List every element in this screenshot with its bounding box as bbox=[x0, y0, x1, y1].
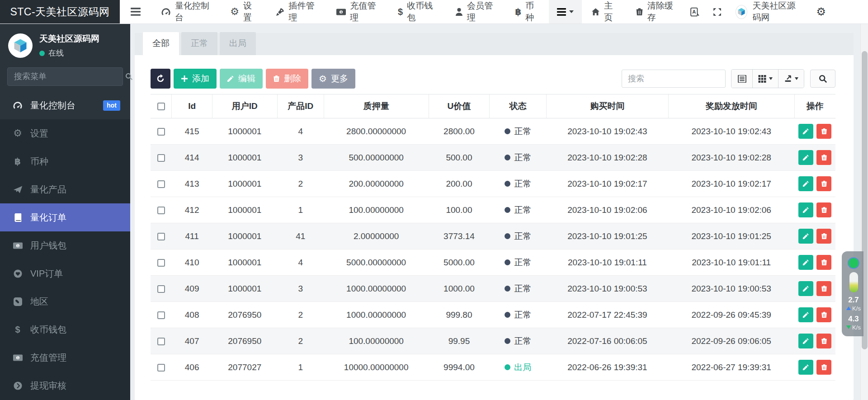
settings-button[interactable]: ⚙ bbox=[809, 0, 833, 24]
home-button[interactable]: 主页 bbox=[582, 0, 626, 24]
cell-user-id: 2076950 bbox=[212, 302, 277, 328]
sidebar: 天美社区源码网 在线 量化控制台hot ⚙设置฿币种量化产品量化订单1用户钱包V… bbox=[0, 24, 130, 400]
row-delete-button[interactable] bbox=[816, 229, 831, 244]
columns-dropdown-button[interactable] bbox=[753, 70, 778, 88]
tab-全部[interactable]: 全部 bbox=[143, 32, 179, 55]
sidebar-item-地区[interactable]: 地区 bbox=[0, 287, 130, 315]
sidebar-item-收币钱包[interactable]: $收币钱包 bbox=[0, 315, 130, 344]
nav-item-插件管理[interactable]: 插件管理 bbox=[266, 0, 327, 24]
sidebar-item-币种[interactable]: ฿币种 bbox=[0, 147, 130, 175]
refresh-button[interactable] bbox=[151, 69, 170, 89]
pagination-toggle-button[interactable] bbox=[731, 70, 753, 88]
row-checkbox[interactable] bbox=[157, 311, 165, 319]
add-button[interactable]: 添加 bbox=[174, 69, 217, 89]
row-edit-button[interactable] bbox=[798, 229, 813, 244]
sidebar-search-input[interactable] bbox=[8, 72, 125, 81]
row-delete-button[interactable] bbox=[816, 255, 831, 270]
row-delete-button[interactable] bbox=[816, 360, 831, 375]
nav-item-设置[interactable]: ⚙设置 bbox=[221, 0, 266, 24]
brand-logo: STC-天美社区源码网 bbox=[0, 0, 120, 24]
account-menu[interactable]: 天美社区源码网 bbox=[728, 0, 809, 24]
row-checkbox[interactable] bbox=[157, 338, 165, 345]
sidebar-item-用户钱包[interactable]: 1用户钱包 bbox=[0, 231, 130, 259]
row-checkbox[interactable] bbox=[157, 128, 165, 136]
row-edit-button[interactable] bbox=[798, 124, 813, 139]
row-delete-button[interactable] bbox=[816, 334, 831, 348]
clear-cache-button[interactable]: 清除缓存 bbox=[626, 0, 684, 24]
sidebar-toggle-button[interactable] bbox=[120, 0, 151, 24]
row-checkbox[interactable] bbox=[157, 233, 165, 240]
row-edit-button[interactable] bbox=[798, 176, 813, 191]
row-delete-button[interactable] bbox=[816, 150, 831, 165]
row-checkbox[interactable] bbox=[157, 207, 165, 214]
nav-item-会员管理[interactable]: 会员管理 bbox=[446, 0, 505, 24]
row-delete-button[interactable] bbox=[816, 307, 831, 322]
list-view-icon bbox=[738, 75, 746, 83]
table-view-buttons bbox=[731, 69, 804, 88]
row-delete-button[interactable] bbox=[816, 124, 831, 139]
row-checkbox[interactable] bbox=[157, 285, 165, 293]
more-button[interactable]: ⚙ 更多 bbox=[311, 69, 355, 89]
orders-table: Id用户ID产品ID质押量U价值状态购买时间奖励发放时间操作 415 10000… bbox=[151, 94, 835, 381]
list-icon bbox=[557, 8, 566, 16]
row-delete-button[interactable] bbox=[816, 202, 831, 217]
row-edit-button[interactable] bbox=[798, 307, 813, 322]
arrowc-icon bbox=[11, 381, 24, 390]
sidebar-item-VIP订单[interactable]: VIP订单 bbox=[0, 259, 130, 287]
status-dot-icon bbox=[505, 338, 510, 344]
sidebar-item-充值管理[interactable]: 1充值管理 bbox=[0, 344, 130, 372]
sidebar-item-提现审核[interactable]: 提现审核 bbox=[0, 372, 130, 400]
sidebar-item-量化产品[interactable]: 量化产品 bbox=[0, 175, 130, 203]
row-delete-button[interactable] bbox=[816, 281, 831, 296]
table-search-button[interactable] bbox=[810, 70, 835, 88]
row-edit-button[interactable] bbox=[798, 360, 813, 375]
table-toolbar: 添加 编辑 删除 ⚙ 更多 bbox=[151, 69, 835, 89]
sidebar-item-设置[interactable]: ⚙设置 bbox=[0, 119, 130, 147]
nav-item-币种[interactable]: ฿币种 bbox=[505, 0, 549, 24]
expand-icon bbox=[713, 8, 722, 16]
delete-button[interactable]: 删除 bbox=[266, 69, 308, 89]
tab-出局[interactable]: 出局 bbox=[220, 32, 256, 55]
row-checkbox[interactable] bbox=[157, 259, 165, 267]
cell-user-id: 2077027 bbox=[212, 354, 277, 381]
table-row: 410 1000001 4 5000.00000000 5000.00 正常 2… bbox=[151, 249, 835, 276]
nav-item-充值管理[interactable]: 1充值管理 bbox=[327, 0, 388, 24]
row-edit-button[interactable] bbox=[798, 255, 813, 270]
nav-item-量化控制台[interactable]: 量化控制台 bbox=[151, 0, 221, 24]
row-checkbox[interactable] bbox=[157, 154, 165, 162]
search-icon[interactable] bbox=[125, 73, 139, 80]
sidebar-item-量化控制台[interactable]: 量化控制台hot bbox=[0, 92, 130, 118]
export-dropdown-button[interactable] bbox=[778, 70, 804, 88]
table-body: 415 1000001 4 2800.00000000 2800.00 正常 2… bbox=[151, 118, 835, 381]
row-checkbox[interactable] bbox=[157, 364, 165, 372]
cell-product-id: 3 bbox=[277, 145, 324, 171]
sidebar-top-section: 天美社区源码网 在线 量化控制台hot bbox=[0, 24, 130, 119]
select-all-checkbox[interactable] bbox=[157, 103, 165, 110]
status-tabs: 全部正常出局 bbox=[135, 33, 854, 55]
pencil-icon bbox=[802, 154, 809, 161]
sidebar-item-量化订单[interactable]: 量化订单 bbox=[0, 203, 130, 231]
translate-button[interactable]: A bbox=[684, 0, 706, 24]
nav-item-收币钱包[interactable]: $收币钱包 bbox=[388, 0, 446, 24]
cell-user-id: 1000001 bbox=[212, 197, 277, 223]
list-dropdown-button[interactable] bbox=[549, 0, 582, 24]
row-edit-button[interactable] bbox=[798, 281, 813, 296]
status-badge: 正常 bbox=[505, 335, 531, 347]
cell-user-id: 1000001 bbox=[212, 276, 277, 302]
row-delete-button[interactable] bbox=[816, 176, 831, 191]
money-icon: 1 bbox=[11, 242, 24, 249]
fullscreen-button[interactable] bbox=[706, 0, 728, 24]
network-monitor-widget[interactable]: 2.7 K/s 4.3 K/s bbox=[842, 251, 863, 336]
cell-reward-time: 2023-10-10 19:02:28 bbox=[668, 145, 794, 171]
row-edit-button[interactable] bbox=[798, 202, 813, 217]
row-edit-button[interactable] bbox=[798, 150, 813, 165]
table-row: 412 1000001 1 100.00000000 100.00 正常 202… bbox=[151, 197, 835, 223]
gauge-icon bbox=[161, 8, 171, 16]
page-scrollbar[interactable] bbox=[860, 24, 868, 400]
table-search-input[interactable] bbox=[622, 70, 726, 88]
tab-正常[interactable]: 正常 bbox=[181, 32, 217, 55]
edit-button[interactable]: 编辑 bbox=[220, 69, 263, 89]
row-checkbox[interactable] bbox=[157, 180, 165, 188]
hot-badge: hot bbox=[103, 100, 120, 111]
row-edit-button[interactable] bbox=[798, 334, 813, 348]
